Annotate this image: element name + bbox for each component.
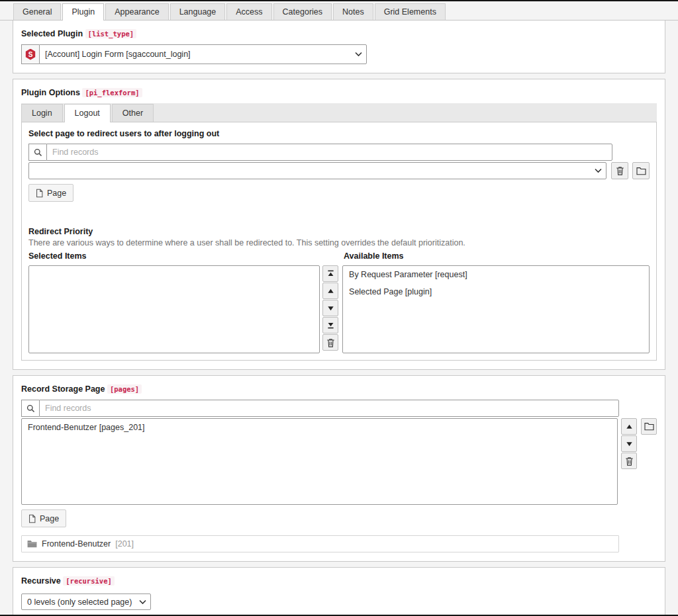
redirect-page-label: Select page to redirect users to after l… xyxy=(28,129,650,138)
recursive-select-wrap: 0 levels (only selected page) [0] xyxy=(21,594,151,610)
plugin-options-label-text: Plugin Options xyxy=(21,88,80,97)
available-item[interactable]: By Request Parameter [request] xyxy=(343,266,649,283)
folder-icon xyxy=(636,167,646,175)
move-down-icon xyxy=(626,441,633,447)
plugin-options-fieldname: [pi_flexform] xyxy=(82,88,142,97)
selected-plugin-label-text: Selected Plugin xyxy=(21,29,83,38)
move-up-button[interactable] xyxy=(322,283,338,299)
redirect-page-search-group xyxy=(28,144,612,161)
move-buttons xyxy=(322,265,338,351)
create-page-relation-button[interactable]: Page xyxy=(21,509,66,527)
browse-records-button[interactable] xyxy=(632,162,650,179)
trash-icon xyxy=(326,338,335,347)
recursive-label-text: Recursive xyxy=(21,576,61,586)
browse-records-button[interactable] xyxy=(641,418,657,435)
recursive-select[interactable]: 0 levels (only selected page) [0] xyxy=(21,594,151,610)
recursive-label: Recursive [recursive] xyxy=(21,576,657,586)
tab-login[interactable]: Login xyxy=(21,104,63,122)
search-icon xyxy=(28,144,46,161)
move-to-top-button[interactable] xyxy=(322,265,338,282)
selected-items-label: Selected Items xyxy=(28,251,344,261)
tab-general[interactable]: General xyxy=(13,3,61,20)
move-top-icon xyxy=(327,270,334,277)
record-storage-label: Record Storage Page [pages] xyxy=(21,384,657,394)
redirect-page-select-row xyxy=(28,162,650,179)
selected-plugin-group: S [Account] Login Form [sgaccount_login] xyxy=(21,44,367,64)
redirect-priority-title: Redirect Priority xyxy=(28,227,650,236)
selected-plugin-select[interactable]: [Account] Login Form [sgaccount_login] xyxy=(39,44,367,64)
move-to-bottom-button[interactable] xyxy=(322,317,338,333)
available-item[interactable]: Selected Page [plugin] xyxy=(343,283,649,300)
tab-appearance[interactable]: Appearance xyxy=(105,3,168,20)
tab-categories[interactable]: Categories xyxy=(273,3,332,20)
tab-other[interactable]: Other xyxy=(112,104,154,122)
search-icon xyxy=(21,400,39,417)
remove-item-button[interactable] xyxy=(322,334,338,351)
selected-items-list[interactable] xyxy=(28,265,320,353)
move-up-icon xyxy=(327,288,334,294)
record-storage-body: Frontend-Benutzer [pages_201] xyxy=(21,418,657,505)
recursive-fieldname: [recursive] xyxy=(63,576,115,586)
redirect-page-select[interactable] xyxy=(28,162,606,179)
move-bottom-icon xyxy=(327,322,334,329)
selected-plugin-label: Selected Plugin [list_type] xyxy=(21,29,657,38)
flexform-tabbar: Login Logout Other xyxy=(21,103,657,122)
page-icon xyxy=(28,514,36,523)
section-plugin-options: Plugin Options [pi_flexform] Login Logou… xyxy=(13,79,665,370)
selected-plugin-select-wrap: [Account] Login Form [sgaccount_login] xyxy=(39,44,367,64)
trash-icon xyxy=(616,166,624,175)
page-button-label: Page xyxy=(40,514,59,523)
redirect-page-search-input[interactable] xyxy=(46,144,612,161)
tab-access[interactable]: Access xyxy=(226,3,271,20)
tab-language[interactable]: Language xyxy=(170,3,226,20)
list-item[interactable]: Frontend-Benutzer [pages_201] xyxy=(22,419,617,436)
selected-storage-page-row[interactable]: Frontend-Benutzer [201] xyxy=(21,535,619,552)
redirect-priority-dual-list: By Request Parameter [request] Selected … xyxy=(28,265,650,353)
plugin-options-label: Plugin Options [pi_flexform] xyxy=(21,88,657,97)
section-record-storage: Record Storage Page [pages] Frontend-Ben… xyxy=(13,375,665,562)
trash-icon xyxy=(625,457,634,466)
move-up-button[interactable] xyxy=(621,418,637,435)
available-items-list: By Request Parameter [request] Selected … xyxy=(342,265,650,353)
folder-icon xyxy=(644,422,654,431)
record-storage-search-group xyxy=(21,400,619,417)
record-tabbar: General Plugin Appearance Language Acces… xyxy=(0,1,678,21)
selected-plugin-fieldname: [list_type] xyxy=(85,29,137,38)
section-selected-plugin: Selected Plugin [list_type] S [Account] … xyxy=(13,21,665,73)
storage-page-id: [201] xyxy=(115,539,134,549)
record-storage-list: Frontend-Benutzer [pages_201] xyxy=(21,418,618,505)
sgalinski-plugin-icon: S xyxy=(25,49,36,60)
available-items-label: Available Items xyxy=(344,251,404,261)
move-down-icon xyxy=(327,305,334,312)
storage-page-name: Frontend-Benutzer xyxy=(42,539,111,549)
move-down-button[interactable] xyxy=(621,435,637,452)
section-recursive: Recursive [recursive] 0 levels (only sel… xyxy=(13,567,665,616)
dual-list-headers: Selected Items Available Items xyxy=(28,251,650,261)
plugin-icon-addon: S xyxy=(21,44,39,64)
folder-icon xyxy=(27,540,37,548)
delete-selected-button[interactable] xyxy=(611,162,628,179)
logout-tab-panel: Select page to redirect users to after l… xyxy=(21,122,657,361)
move-up-icon xyxy=(626,423,633,430)
tab-logout[interactable]: Logout xyxy=(64,104,111,122)
page-button-label: Page xyxy=(47,189,66,198)
redirect-priority-description: There are various ways to determine wher… xyxy=(28,238,650,247)
tab-plugin[interactable]: Plugin xyxy=(62,3,104,21)
record-storage-label-text: Record Storage Page xyxy=(21,384,105,394)
record-storage-controls xyxy=(621,418,637,470)
page-icon xyxy=(36,189,43,198)
tab-grid-elements[interactable]: Grid Elements xyxy=(375,3,446,20)
record-storage-fieldname: [pages] xyxy=(107,384,142,394)
move-down-button[interactable] xyxy=(322,300,338,316)
remove-record-button[interactable] xyxy=(621,453,637,469)
tab-notes[interactable]: Notes xyxy=(333,3,373,20)
record-storage-search-input[interactable] xyxy=(39,400,619,417)
redirect-page-select-wrap xyxy=(28,162,606,179)
create-page-relation-button[interactable]: Page xyxy=(28,184,73,202)
